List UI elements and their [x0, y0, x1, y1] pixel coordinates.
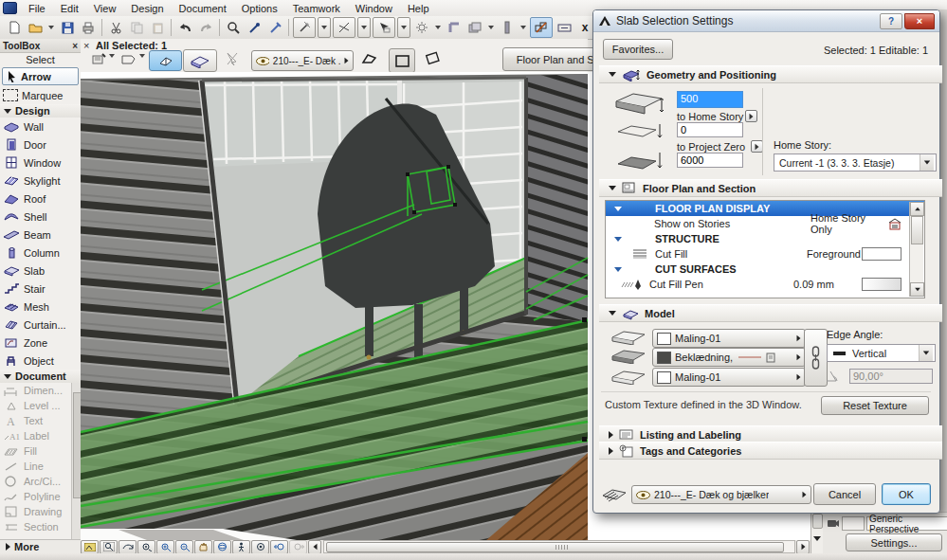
bottom-surface-dropdown[interactable]: Maling-01 — [652, 368, 806, 387]
menu-help[interactable]: Help — [400, 2, 437, 15]
zoom-in-icon[interactable] — [156, 540, 174, 554]
cut-fill-swatch[interactable] — [862, 247, 901, 261]
next-zoom-icon[interactable] — [289, 540, 307, 554]
suspend-groups-icon[interactable] — [530, 17, 553, 38]
tool-beam[interactable]: Beam — [0, 226, 81, 244]
pick-up-parameters-icon[interactable] — [244, 18, 264, 37]
menu-window[interactable]: Window — [348, 2, 400, 15]
thickness-field[interactable]: 500 — [677, 91, 743, 108]
footer-layer-dropdown[interactable]: 210---_E- Dæk og bjælker — [631, 485, 811, 504]
section-tags-header[interactable]: Tags and Categories — [599, 442, 942, 460]
print-icon[interactable] — [78, 18, 99, 37]
favorites-button[interactable]: Favorites... — [603, 39, 673, 60]
cut-icon[interactable] — [105, 18, 126, 37]
cursor-snap-dropdown-icon[interactable] — [397, 17, 410, 38]
fill-construction-icon[interactable] — [120, 52, 137, 67]
geometry-rotated-rectangle-icon[interactable] — [424, 50, 443, 69]
zoom-in-out-icon[interactable] — [137, 540, 155, 554]
model-display-icon[interactable] — [81, 540, 99, 554]
row-cut-fill[interactable]: Cut Fill Foreground Fill — [606, 246, 924, 262]
wand-dropdown-icon[interactable] — [318, 17, 331, 38]
undo-icon[interactable] — [174, 18, 195, 37]
close-icon[interactable]: × — [904, 13, 935, 29]
tool-text[interactable]: AText — [0, 413, 81, 428]
infobox-layer-dropdown[interactable]: 210---_E- Dæk ... — [251, 50, 354, 71]
row-cut-fill-pen[interactable]: Cut Fill Pen 0.09 mm 116 — [606, 277, 924, 292]
open-dropdown-icon[interactable] — [46, 18, 57, 37]
cancel-button[interactable]: Cancel — [813, 483, 876, 505]
open-icon[interactable] — [25, 18, 46, 37]
home-story-combo[interactable]: Current -1 (3. 3. 3. Etasje) — [774, 154, 937, 172]
structure-display-icon[interactable] — [497, 18, 518, 37]
menu-document[interactable]: Document — [172, 2, 234, 15]
tool-skylight[interactable]: Skylight — [0, 172, 81, 190]
redo-icon[interactable] — [195, 18, 216, 37]
geometry-rectangle-icon[interactable] — [389, 48, 415, 73]
toolbox-document-header[interactable]: Document — [0, 370, 81, 383]
layers-dropdown-icon[interactable] — [485, 18, 497, 37]
structure-dropdown-icon[interactable] — [518, 18, 529, 37]
sun-icon[interactable] — [411, 18, 432, 37]
section-model-header[interactable]: Model — [599, 304, 942, 322]
tool-fill[interactable]: Fill — [0, 443, 81, 459]
previous-zoom-icon[interactable] — [270, 540, 288, 554]
look-around-icon[interactable] — [251, 540, 269, 554]
paste-icon[interactable] — [147, 18, 168, 37]
zoom-out-icon[interactable] — [175, 540, 193, 554]
view-settings-button[interactable]: Settings... — [846, 533, 942, 551]
row-cut-surfaces-group[interactable]: CUT SURFACES — [606, 262, 924, 277]
tool-slab[interactable]: Slab — [0, 262, 81, 280]
reference-plane-button[interactable] — [149, 50, 182, 71]
vscroll-down-icon[interactable] — [813, 541, 821, 552]
edge-surface-dropdown[interactable]: Beklædning, b... — [652, 348, 806, 367]
tool-zone[interactable]: Zone — [0, 334, 81, 352]
tool-shell[interactable]: Shell — [0, 208, 81, 226]
tool-stair[interactable]: Stair — [0, 280, 81, 298]
tool-roof[interactable]: Roof — [0, 190, 81, 208]
horizontal-scrollbar[interactable] — [323, 540, 795, 553]
geometry-polygon-icon[interactable] — [360, 51, 379, 68]
dimension-edit-icon[interactable] — [554, 18, 574, 37]
tool-curtain-wall[interactable]: Curtain... — [0, 316, 81, 334]
reset-texture-button[interactable]: Reset Texture — [821, 396, 929, 415]
tool-arrow[interactable]: Arrow — [2, 67, 79, 85]
offset-field[interactable] — [677, 122, 743, 137]
tool-label[interactable]: A1Label — [0, 428, 81, 443]
tool-column[interactable]: Column — [0, 244, 81, 262]
tool-arc-circle[interactable]: Arc/Ci... — [0, 474, 81, 489]
infobox-close-icon[interactable]: × — [83, 40, 89, 51]
layers-icon[interactable] — [464, 18, 485, 37]
wand-toggle-icon[interactable] — [293, 17, 316, 38]
orbit-sphere-icon[interactable] — [213, 540, 231, 554]
top-surface-dropdown[interactable]: Maling-01 — [652, 329, 806, 348]
explore-walk-icon[interactable] — [232, 540, 250, 554]
inject-parameters-icon[interactable] — [264, 18, 285, 37]
menu-view[interactable]: View — [86, 2, 124, 15]
guide-lines-dropdown-icon[interactable] — [357, 17, 371, 38]
corner-icon[interactable] — [444, 18, 464, 37]
copy-icon[interactable] — [126, 18, 147, 37]
tool-level-dimension[interactable]: Level ... — [0, 398, 81, 413]
cut-fill-pen-swatch[interactable] — [862, 278, 901, 291]
shortcut-dropdown-icon[interactable] — [109, 58, 115, 69]
zoom-window-icon[interactable] — [100, 540, 118, 554]
menu-options[interactable]: Options — [234, 2, 285, 15]
hscroll-right-icon[interactable] — [796, 540, 810, 554]
save-icon[interactable] — [57, 18, 78, 37]
sun-dropdown-icon[interactable] — [432, 18, 444, 37]
tool-line[interactable]: Line — [0, 459, 81, 474]
edge-angle-combo[interactable]: Vertical — [827, 344, 936, 362]
toolbox-design-header[interactable]: Design — [0, 104, 81, 117]
tool-object[interactable]: Object — [0, 352, 81, 370]
toolbox-close-icon[interactable]: × — [72, 41, 78, 51]
settings-dialog-shortcut-icon[interactable] — [92, 52, 107, 67]
fill-dropdown-icon[interactable] — [139, 58, 145, 69]
tool-marquee[interactable]: Marquee — [0, 86, 81, 104]
menu-teamwork[interactable]: Teamwork — [285, 2, 348, 15]
toolbox-scrollbar[interactable] — [71, 383, 81, 539]
menu-design[interactable]: Design — [123, 2, 171, 15]
view-name-box[interactable]: Generic Perspective — [866, 516, 947, 531]
tool-dimension[interactable]: Dimen... — [0, 383, 81, 398]
tool-window[interactable]: Window — [0, 154, 81, 172]
menu-file[interactable]: File — [21, 2, 53, 15]
